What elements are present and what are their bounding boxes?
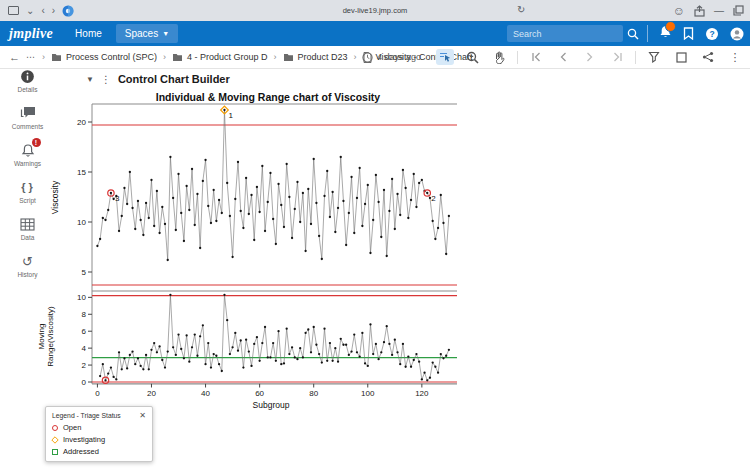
folder-icon bbox=[172, 53, 183, 62]
back-arrow-icon[interactable]: ← bbox=[9, 51, 20, 63]
browser-chrome: ⌄ ‹ › dev-live19.jmp.com ↻ ☺ — bbox=[0, 0, 750, 22]
kebab-icon: ⋮ bbox=[730, 51, 741, 64]
chevron-left-icon bbox=[559, 52, 567, 62]
share-page-icon[interactable] bbox=[694, 5, 705, 17]
breadcrumb-overflow[interactable]: ⋯ bbox=[26, 52, 36, 62]
reload-icon[interactable]: ↻ bbox=[517, 4, 525, 15]
legend-item-addressed[interactable]: Addressed bbox=[52, 447, 146, 456]
open-swatch bbox=[52, 425, 58, 431]
fullscreen-button[interactable] bbox=[672, 49, 690, 65]
more-button[interactable]: ⋮ bbox=[726, 49, 744, 65]
svg-text:60: 60 bbox=[255, 389, 264, 398]
timestamp-label: 4 days ago bbox=[377, 52, 421, 62]
notification-badge bbox=[665, 21, 676, 32]
folder-icon bbox=[51, 53, 62, 62]
svg-text:Individual & Moving Range char: Individual & Moving Range chart of Visco… bbox=[156, 92, 381, 103]
nav-spaces[interactable]: Spaces ▼ bbox=[116, 24, 178, 43]
report-header: ▼ ⋮ Control Chart Builder bbox=[86, 73, 230, 85]
first-page-button[interactable] bbox=[527, 49, 545, 65]
triage-legend[interactable]: Legend - Triage Status ✕ Open Investigat… bbox=[45, 406, 153, 462]
fullscreen-icon bbox=[676, 52, 687, 63]
sidebar-label: History bbox=[17, 271, 37, 278]
search-icon[interactable] bbox=[627, 28, 639, 40]
svg-text:20: 20 bbox=[77, 118, 86, 127]
svg-text:1: 1 bbox=[228, 111, 233, 120]
close-icon[interactable]: ✕ bbox=[139, 411, 146, 420]
legend-item-open[interactable]: Open bbox=[52, 423, 146, 432]
svg-text:2: 2 bbox=[82, 361, 87, 370]
comments-icon bbox=[20, 106, 36, 120]
last-page-button[interactable] bbox=[608, 49, 626, 65]
last-page-icon bbox=[612, 52, 623, 62]
investigating-swatch bbox=[51, 436, 59, 444]
svg-text:15: 15 bbox=[77, 168, 86, 177]
pointer-tool-button[interactable] bbox=[436, 49, 454, 65]
funnel-icon bbox=[648, 51, 660, 63]
notifications-button[interactable] bbox=[659, 25, 672, 43]
share-icon bbox=[702, 51, 714, 63]
breadcrumb-item-group[interactable]: 4 - Product Group D bbox=[172, 52, 268, 62]
profile-icon[interactable]: ☺ bbox=[673, 5, 685, 17]
divider bbox=[635, 51, 636, 64]
svg-text:5: 5 bbox=[82, 268, 87, 277]
clock-icon bbox=[362, 52, 373, 63]
breadcrumb-label: Product D23 bbox=[298, 52, 348, 62]
svg-text:0: 0 bbox=[82, 378, 87, 387]
breadcrumb-item-spc[interactable]: Process Control (SPC) bbox=[51, 52, 157, 62]
svg-text:6: 6 bbox=[82, 327, 87, 336]
braces-icon: { } bbox=[21, 181, 33, 193]
share-button[interactable] bbox=[699, 49, 717, 65]
info-icon bbox=[20, 69, 35, 84]
pan-button[interactable] bbox=[490, 49, 508, 65]
table-icon bbox=[20, 218, 35, 231]
sidebar-label: Details bbox=[18, 86, 38, 93]
breadcrumb-label: 4 - Product Group D bbox=[187, 52, 268, 62]
svg-text:40: 40 bbox=[201, 389, 210, 398]
svg-text:120: 120 bbox=[415, 389, 429, 398]
svg-text:0: 0 bbox=[95, 389, 100, 398]
document-toolbar: ← ⋯ › Process Control (SPC) › 4 - Produc… bbox=[0, 46, 750, 69]
zoom-in-button[interactable] bbox=[463, 49, 481, 65]
chevron-down-icon: ▼ bbox=[162, 30, 169, 37]
folder-icon bbox=[283, 53, 294, 62]
prev-page-button[interactable] bbox=[554, 49, 572, 65]
pointer-tool-icon bbox=[439, 51, 452, 63]
sidebar-item-details[interactable]: Details bbox=[0, 68, 55, 93]
legend-label: Investigating bbox=[63, 435, 105, 444]
legend-label: Open bbox=[63, 423, 81, 432]
breadcrumb-label: Process Control (SPC) bbox=[66, 52, 157, 62]
collapse-caret-icon[interactable]: ▼ bbox=[86, 75, 94, 84]
nav-spaces-label: Spaces bbox=[125, 28, 158, 39]
svg-text:Range(Viscosity): Range(Viscosity) bbox=[46, 306, 55, 367]
svg-text:3: 3 bbox=[115, 194, 120, 203]
app-window: ⌄ ‹ › dev-live19.jmp.com ↻ ☺ — jmplive H… bbox=[0, 0, 750, 469]
svg-text:8: 8 bbox=[82, 310, 87, 319]
legend-item-investigating[interactable]: Investigating bbox=[52, 435, 146, 444]
legend-label: Addressed bbox=[63, 447, 99, 456]
help-button[interactable]: ? bbox=[705, 27, 719, 41]
data-filter-button[interactable] bbox=[645, 49, 663, 65]
breadcrumb-separator: › bbox=[163, 52, 166, 62]
hand-icon bbox=[493, 51, 505, 64]
next-page-button[interactable] bbox=[581, 49, 599, 65]
nav-home[interactable]: Home bbox=[69, 25, 108, 42]
control-chart[interactable]: Individual & Moving Range chart of Visco… bbox=[36, 92, 466, 414]
first-page-icon bbox=[531, 52, 542, 62]
search-input[interactable] bbox=[507, 25, 623, 42]
bookmark-button[interactable] bbox=[683, 27, 694, 40]
divider bbox=[517, 51, 518, 64]
report-menu-icon[interactable]: ⋮ bbox=[101, 74, 111, 85]
breadcrumb-separator: › bbox=[354, 52, 357, 62]
report-title: Control Chart Builder bbox=[118, 73, 230, 85]
svg-text:2: 2 bbox=[431, 194, 436, 203]
sidebar-label: Script bbox=[19, 197, 36, 204]
svg-text:10: 10 bbox=[77, 218, 86, 227]
breadcrumb-item-product[interactable]: Product D23 bbox=[283, 52, 348, 62]
history-icon: ↺ bbox=[22, 255, 33, 268]
avatar[interactable] bbox=[730, 27, 744, 41]
tabs-icon[interactable] bbox=[733, 5, 744, 16]
legend-title: Legend - Triage Status bbox=[52, 412, 121, 419]
jmplive-logo[interactable]: jmplive bbox=[9, 26, 53, 42]
minimize-icon[interactable]: — bbox=[714, 6, 724, 16]
svg-text:Viscosity: Viscosity bbox=[50, 180, 60, 214]
